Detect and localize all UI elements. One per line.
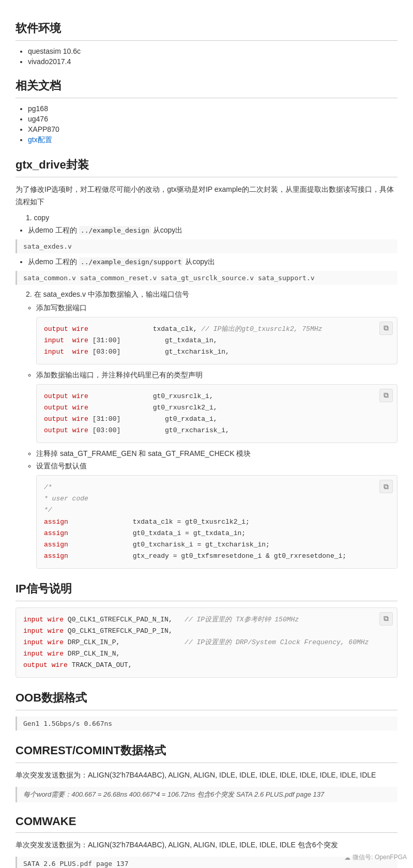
code-line: input wire [03:00] gt_txcharisk_in, [44,346,390,358]
step1-label: 1. copy [26,214,49,222]
code-line: input wire Q0_CLK1_GTREFCLK_PAD_N_IN, //… [23,614,390,626]
oob-section: OOB数据格式 Gen1 1.5Gbps/s 0.667ns [16,690,397,730]
file2-blockquote: sata_common.v sata_common_reset.v sata_g… [16,271,397,285]
divider-3 [16,177,397,177]
code-line: input wire Q0_CLK1_GTREFCLK_PAD_P_IN, [23,626,390,637]
comrest-title: COMREST/COMINT数据格式 [16,743,397,758]
list-item: pg168 [28,104,397,113]
divider-6 [16,763,397,763]
related-docs-title: 相关文档 [16,78,397,94]
path-code-1: ../example_design [79,226,151,235]
watermark: ☁ 微信号: OpenFPGA [344,853,407,862]
step2-label: 2. 在 sata_exdes.v 中添加数据输入，输出端口信号 [26,290,189,298]
related-docs-section: 相关文档 pg168 ug476 XAPP870 gtx配置 [16,78,397,145]
code-line: output wire [31:00] gt0_rxdata_i, [44,414,390,425]
code-line: output wire txdata_clk, // IP输出的gt0_txus… [44,324,390,335]
watermark-icon: ☁ [344,854,350,861]
divider-1 [16,40,397,41]
copy-button-1[interactable]: ⧉ [379,322,393,335]
code-line: assign gtx_ready = gt0_txfsmresetdone_i … [44,551,390,562]
sub-list-write: 添加写数据端口 ⧉ output wire txdata_clk, // IP输… [16,303,397,569]
file1-blockquote: sata_exdes.v [16,239,397,253]
comwake-section: COMWAKE 单次突发发送数据为：ALIGN(32'h7B4A4ABC), A… [16,815,397,868]
code-line: input wire DRP_CLK_IN_P, // IP设置里的 DRP/S… [23,637,390,648]
code-line: assign gt0_txcharisk_i = gt_txcharisk_in… [44,539,390,551]
code-block-defaults: ⧉ /* * user code */ assign txdata_clk = … [36,475,397,569]
sub-item-output: 添加数据输出端口，并注释掉代码里已有的类型声明 ⧉ output wire gt… [36,371,397,443]
watermark-text: 微信号: OpenFPGA [353,853,407,862]
code-line: * user code [44,493,390,505]
comrest-note: 每个word需要：400.667 = 26.68ns 400.667*4 = 1… [16,787,397,802]
comwake-line1: 单次突发发送数据为：ALIGN(32'h7B4A4ABC), ALIGN, AL… [16,839,397,851]
code-line: output wire gt0_rxusrclk_i, [44,391,390,402]
gtx-drive-title: gtx_drive封装 [16,157,397,173]
ip-signals-section: IP信号说明 ⧉ input wire Q0_CLK1_GTREFCLK_PAD… [16,581,397,678]
list-item: questasim 10.6c [28,47,397,55]
code-line: assign gt0_txdata_i = gt_txdata_in; [44,528,390,539]
step2: 2. 在 sata_exdes.v 中添加数据输入，输出端口信号 [26,290,397,299]
code-block-ip-signals: ⧉ input wire Q0_CLK1_GTREFCLK_PAD_N_IN, … [16,607,397,678]
comrest-line1: 单次突发发送数据为：ALIGN(32'h7B4A4ABC), ALIGN, AL… [16,769,397,782]
copy-bullet-1: 从demo 工程的 ../example_design 从copy出 [28,226,397,235]
code-line: input wire DRP_CLK_IN_N, [23,648,390,660]
sub-item-comment-modules: 注释掉 sata_GT_FRAME_GEN 和 sata_GT_FRAME_CH… [36,449,397,459]
software-env-title: 软件环境 [16,21,397,36]
related-docs-list: pg168 ug476 XAPP870 gtx配置 [16,104,397,145]
path-code-2: ../example_design/support [79,257,183,266]
code-line: output wire gt0_rxusrclk2_i, [44,402,390,414]
gtx-drive-section: gtx_drive封装 为了修改IP选项时，对工程做尽可能小的改动，gtx驱动是… [16,157,397,569]
copy-bullet-2: 从demo 工程的 ../example_design/support 从cop… [28,257,397,267]
code-line: */ [44,505,390,516]
copy-button-3[interactable]: ⧉ [379,480,393,493]
comrest-section: COMREST/COMINT数据格式 单次突发发送数据为：ALIGN(32'h7… [16,743,397,802]
list-item: vivado2017.4 [28,57,397,66]
code-line: /* [44,482,390,493]
oob-content: Gen1 1.5Gbps/s 0.667ns [16,717,397,730]
software-env-list: questasim 10.6c vivado2017.4 [16,47,397,66]
code-line: output wire TRACK_DATA_OUT, [23,660,390,671]
divider-5 [16,710,397,710]
code-line: assign txdata_clk = gt0_txusrclk2_i; [44,516,390,528]
gtx-drive-intro: 为了修改IP选项时，对工程做尽可能小的改动，gtx驱动是对IP example的… [16,184,397,208]
copy-button-4[interactable]: ⧉ [379,612,393,626]
code-line: input wire [31:00] gt_txdata_in, [44,335,390,346]
divider-4 [16,601,397,601]
ip-signals-title: IP信号说明 [16,581,397,597]
divider-2 [16,98,397,98]
code-block-write: ⧉ output wire txdata_clk, // IP输出的gt0_tx… [36,317,397,364]
list-item: ug476 [28,115,397,123]
gtx-config-link[interactable]: gtx配置 [28,135,52,144]
copy-bullets-2: 从demo 工程的 ../example_design/support 从cop… [16,257,397,267]
oob-title: OOB数据格式 [16,690,397,706]
divider-7 [16,832,397,833]
comwake-note: SATA 2.6 PLUS.pdf page 137 [16,857,397,868]
copy-bullets: 从demo 工程的 ../example_design 从copy出 [16,226,397,235]
sub-item-write: 添加写数据端口 ⧉ output wire txdata_clk, // IP输… [36,303,397,364]
software-env-section: 软件环境 questasim 10.6c vivado2017.4 [16,21,397,66]
list-item: XAPP870 [28,125,397,133]
copy-button-2[interactable]: ⧉ [379,389,393,402]
list-item-link[interactable]: gtx配置 [28,135,397,145]
code-block-output: ⧉ output wire gt0_rxusrclk_i, output wir… [36,384,397,443]
code-line: output wire [03:00] gt0_rxcharisk_i, [44,425,390,436]
sub-item-defaults: 设置信号默认值 ⧉ /* * user code */ assign txdat… [36,462,397,569]
step1: 1. copy [26,214,397,222]
comwake-title: COMWAKE [16,815,397,828]
